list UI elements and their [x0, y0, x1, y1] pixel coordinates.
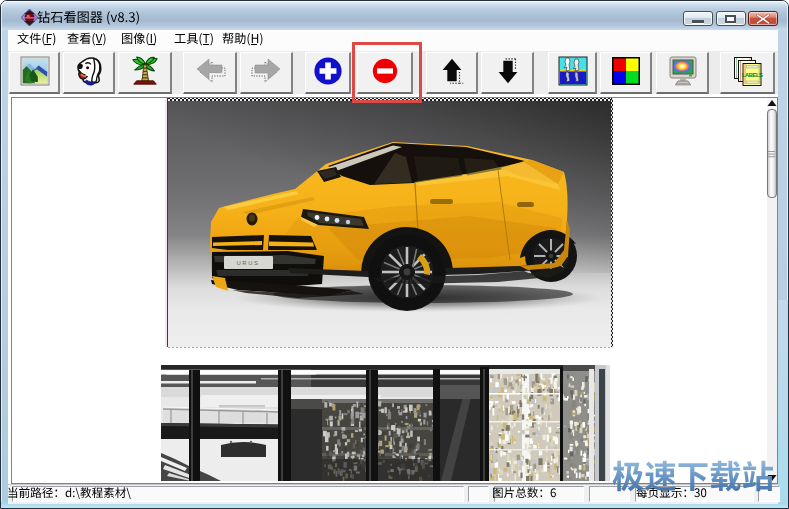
svg-text:URUS: URUS	[236, 260, 259, 266]
svg-text:LABELS: LABELS	[741, 72, 762, 78]
